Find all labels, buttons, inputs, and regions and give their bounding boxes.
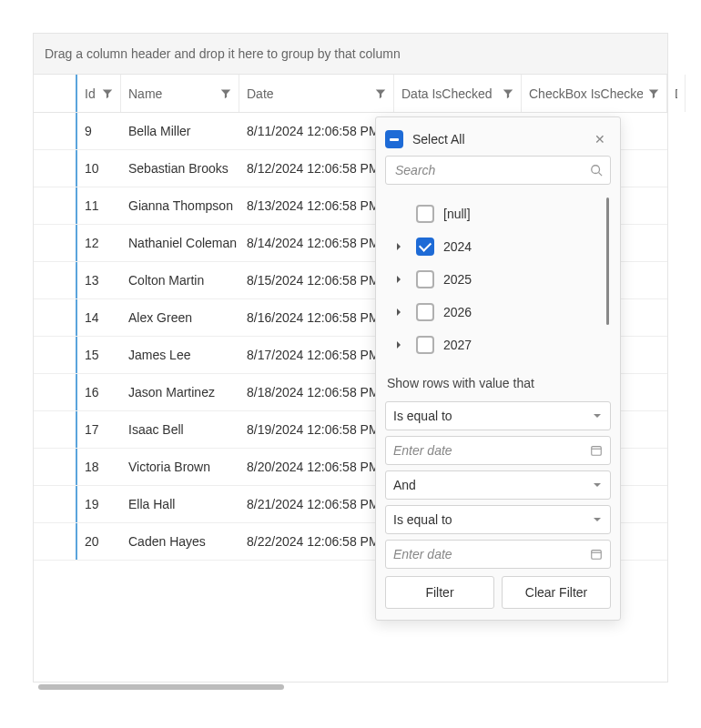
row-indicator [34, 299, 77, 336]
filter-icon[interactable] [643, 88, 659, 99]
cell-id: 15 [77, 337, 121, 373]
row-indicator [34, 187, 77, 224]
calendar-icon[interactable] [590, 444, 603, 457]
tree-item-2027[interactable]: 2027 [385, 329, 611, 361]
tree-scrollbar[interactable] [606, 197, 609, 325]
filter-tree: [null] 2024 2025 2026 [383, 192, 613, 370]
cell-date: 8/20/2024 12:06:58 PM [239, 449, 394, 485]
column-header-name[interactable]: Name [121, 75, 239, 112]
column-label: Id [85, 86, 97, 101]
search-input-wrapper[interactable] [385, 156, 611, 185]
cell-name: Caden Hayes [121, 523, 239, 560]
operator-2-select[interactable]: Is equal to [385, 505, 611, 534]
filter-button[interactable]: Filter [385, 576, 494, 609]
column-label: Date [247, 86, 370, 101]
cell-date: 8/19/2024 12:06:58 PM [239, 411, 394, 448]
cell-id: 19 [77, 486, 121, 522]
date-placeholder: Enter date [393, 443, 590, 458]
tree-label: [null] [443, 207, 471, 221]
cell-date: 8/11/2024 12:06:58 PM [239, 113, 394, 149]
filter-section-label: Show rows with value that [383, 370, 613, 396]
column-header-date[interactable]: Date [239, 75, 394, 112]
logic-select[interactable]: And [385, 470, 611, 500]
cell-id: 14 [77, 299, 121, 336]
cell-id: 12 [77, 225, 121, 261]
cell-name: Victoria Brown [121, 449, 239, 485]
row-indicator-header [34, 75, 77, 112]
search-input[interactable] [393, 162, 590, 178]
cell-id: 10 [77, 150, 121, 187]
cell-name: Sebastian Brooks [121, 150, 239, 187]
cell-id: 16 [77, 374, 121, 410]
checkbox[interactable] [416, 303, 434, 321]
checkbox[interactable] [416, 238, 434, 256]
column-header-dynamic[interactable]: Dy [667, 75, 686, 112]
svg-rect-2 [592, 447, 602, 456]
row-indicator [34, 486, 77, 522]
select-all-label: Select All [412, 132, 465, 147]
filter-popup: Select All ✕ [null] 2024 2025 [375, 116, 621, 621]
checkbox[interactable] [416, 270, 434, 288]
filter-icon[interactable] [370, 88, 386, 99]
cell-id: 11 [77, 187, 121, 224]
operator-1-select[interactable]: Is equal to [385, 401, 611, 430]
column-label: Dy [675, 86, 677, 101]
cell-id: 18 [77, 449, 121, 485]
cell-name: Colton Martin [121, 262, 239, 298]
close-icon[interactable]: ✕ [591, 132, 609, 147]
cell-id: 9 [77, 113, 121, 149]
date-input-2[interactable]: Enter date [385, 540, 611, 569]
row-indicator [34, 374, 77, 410]
tree-item-2024[interactable]: 2024 [385, 230, 611, 263]
chevron-right-icon[interactable] [394, 308, 407, 317]
select-value: And [393, 478, 592, 492]
column-label: CheckBox IsChecked [529, 86, 643, 101]
filter-icon[interactable] [497, 88, 513, 99]
cell-date: 8/21/2024 12:06:58 PM [239, 486, 394, 522]
tree-label: 2025 [443, 272, 472, 287]
column-headers: Id Name Date Data IsChecked CheckBox IsC [34, 75, 667, 113]
chevron-right-icon[interactable] [394, 275, 407, 284]
clear-filter-button[interactable]: Clear Filter [502, 576, 611, 609]
row-indicator [34, 225, 77, 261]
cell-date: 8/18/2024 12:06:58 PM [239, 374, 394, 410]
checkbox[interactable] [416, 205, 434, 223]
chevron-down-icon [592, 410, 603, 421]
checkbox[interactable] [416, 336, 434, 354]
column-header-data-ischecked[interactable]: Data IsChecked [394, 75, 522, 112]
tree-label: 2026 [443, 305, 472, 319]
tree-item-2026[interactable]: 2026 [385, 296, 611, 329]
cell-name: James Lee [121, 337, 239, 373]
search-icon [590, 164, 603, 177]
popup-header: Select All ✕ [383, 125, 613, 156]
cell-date: 8/12/2024 12:06:58 PM [239, 150, 394, 187]
tree-item-null[interactable]: [null] [385, 197, 611, 230]
column-header-checkbox-ischecked[interactable]: CheckBox IsChecked [522, 75, 667, 112]
cell-date: 8/16/2024 12:06:58 PM [239, 299, 394, 336]
chevron-right-icon[interactable] [394, 340, 407, 349]
cell-name: Bella Miller [121, 113, 239, 149]
cell-name: Alex Green [121, 299, 239, 336]
scrollbar-thumb[interactable] [38, 684, 284, 690]
filter-icon[interactable] [215, 88, 231, 99]
row-indicator [34, 150, 77, 187]
calendar-icon[interactable] [590, 548, 603, 561]
group-panel[interactable]: Drag a column header and drop it here to… [34, 34, 667, 75]
row-indicator [34, 523, 77, 560]
select-all-checkbox[interactable] [385, 130, 403, 148]
filter-icon[interactable] [97, 88, 113, 99]
row-indicator [34, 449, 77, 485]
chevron-down-icon [592, 514, 603, 525]
tree-item-2025[interactable]: 2025 [385, 263, 611, 296]
row-indicator [34, 411, 77, 448]
chevron-right-icon[interactable] [394, 242, 407, 251]
cell-date: 8/17/2024 12:06:58 PM [239, 337, 394, 373]
cell-name: Ella Hall [121, 486, 239, 522]
column-header-id[interactable]: Id [77, 75, 121, 112]
date-placeholder: Enter date [393, 547, 590, 561]
horizontal-scrollbar[interactable] [33, 684, 306, 693]
date-input-1[interactable]: Enter date [385, 436, 611, 465]
cell-id: 13 [77, 262, 121, 298]
select-value: Is equal to [393, 512, 592, 527]
popup-actions: Filter Clear Filter [385, 576, 611, 609]
